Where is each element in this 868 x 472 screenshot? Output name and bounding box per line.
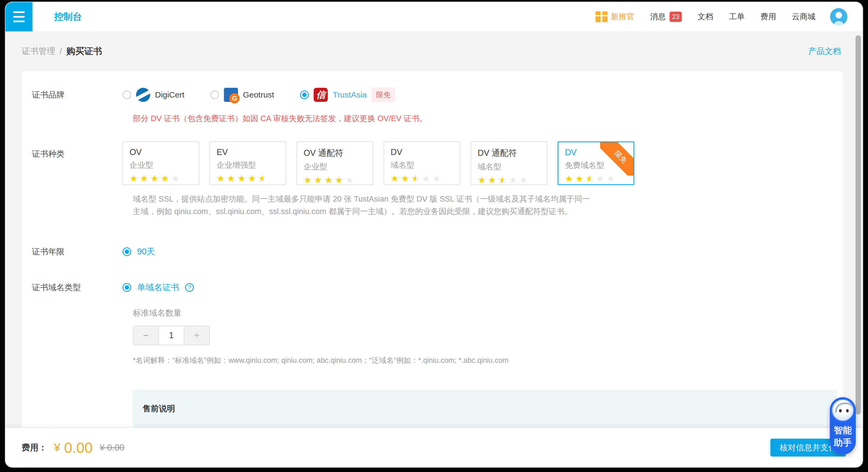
star-icon: ★ bbox=[576, 174, 584, 183]
fee-label: 费用： bbox=[22, 442, 47, 453]
brand-options: DigiCertGeotrust信TrustAsia限免 bbox=[123, 88, 395, 102]
star-rating: ★★★★★ bbox=[391, 174, 460, 183]
brand-option-geotrust[interactable]: Geotrust bbox=[210, 88, 274, 102]
star-icon: ★ bbox=[217, 174, 225, 183]
brand-option-digicert[interactable]: DigiCert bbox=[123, 88, 184, 102]
brand-radio[interactable] bbox=[300, 91, 309, 99]
help-icon[interactable]: ? bbox=[185, 283, 194, 292]
star-icon: ★ bbox=[586, 174, 594, 183]
nav-item-5[interactable]: 费用 bbox=[761, 11, 776, 22]
star-icon: ★ bbox=[304, 176, 312, 185]
years-option-label: 90天 bbox=[137, 246, 155, 257]
cert-type-cards: OV企业型★★★★★EV企业增强型★★★★★OV 通配符企业型★★★★★DV域名… bbox=[123, 141, 634, 185]
star-icon: ★ bbox=[432, 174, 440, 183]
star-icon: ★ bbox=[411, 174, 420, 183]
hamburger-menu-button[interactable] bbox=[5, 2, 33, 31]
nav-item-4[interactable]: 工单 bbox=[729, 11, 745, 22]
star-icon: ★ bbox=[509, 176, 517, 185]
star-icon: ★ bbox=[335, 176, 343, 185]
cert-card-subtitle: 企业增强型 bbox=[217, 160, 286, 171]
original-price: ¥ 0.00 bbox=[99, 442, 124, 453]
footer-bar: 费用： ¥ 0.00 ¥ 0.00 核对信息并支付 bbox=[5, 428, 863, 467]
cert-card-6[interactable]: DV免费域名型★★★★★限免 bbox=[558, 141, 634, 185]
nav-item-label: 云商城 bbox=[792, 11, 815, 22]
vertical-scrollbar-thumb[interactable] bbox=[856, 35, 861, 414]
brand-option-trustasia[interactable]: 信TrustAsia限免 bbox=[300, 88, 395, 102]
cert-card-3[interactable]: OV 通配符企业型★★★★★ bbox=[297, 141, 373, 185]
cert-card-title: DV 通配符 bbox=[478, 148, 547, 159]
nav-item-label: 新推官 bbox=[611, 11, 634, 22]
star-icon: ★ bbox=[161, 174, 169, 183]
star-icon: ★ bbox=[488, 176, 496, 185]
star-icon: ★ bbox=[171, 174, 180, 183]
domain-type-option-single[interactable]: 单域名证书 ? bbox=[123, 282, 194, 293]
nav-item-2[interactable]: 消息23 bbox=[650, 11, 682, 22]
robot-avatar-icon bbox=[832, 399, 854, 421]
cert-card-title: OV bbox=[130, 148, 199, 157]
brand-radio[interactable] bbox=[123, 91, 131, 99]
breadcrumb: 证书管理 / 购买证书 产品文档 bbox=[5, 31, 863, 71]
star-icon: ★ bbox=[248, 174, 256, 183]
stepper-value[interactable]: 1 bbox=[159, 331, 184, 340]
brand-name: DigiCert bbox=[155, 90, 184, 99]
nav-item-1[interactable]: 新推官 bbox=[595, 11, 634, 22]
years-radio[interactable] bbox=[123, 247, 131, 256]
brand-radio[interactable] bbox=[210, 91, 219, 99]
main-area: 证书管理 / 购买证书 产品文档 证书品牌 DigiCertGeotrust信T… bbox=[5, 31, 863, 467]
star-icon: ★ bbox=[345, 176, 353, 185]
cert-card-1[interactable]: OV企业型★★★★★ bbox=[123, 141, 199, 185]
star-rating: ★★★★★ bbox=[304, 176, 373, 185]
stepper-minus-button[interactable]: − bbox=[133, 326, 159, 345]
cert-card-subtitle: 域名型 bbox=[478, 161, 547, 172]
cert-card-5[interactable]: DV 通配符域名型★★★★★ bbox=[471, 141, 547, 185]
trustasia-logo-icon: 信 bbox=[314, 88, 328, 102]
star-icon: ★ bbox=[150, 174, 159, 183]
star-icon: ★ bbox=[401, 174, 409, 183]
star-icon: ★ bbox=[422, 174, 430, 183]
dv-warning-text: 部分 DV 证书（包含免费证书）如因 CA 审核失败无法签发，建议更换 OV/E… bbox=[133, 113, 843, 124]
star-icon: ★ bbox=[130, 174, 138, 183]
presale-title: 售前说明 bbox=[143, 403, 837, 414]
star-icon: ★ bbox=[227, 174, 235, 183]
domain-type-radio[interactable] bbox=[123, 283, 131, 292]
years-row-label: 证书年限 bbox=[22, 246, 123, 257]
star-icon: ★ bbox=[324, 176, 333, 185]
breadcrumb-parent[interactable]: 证书管理 bbox=[22, 45, 55, 57]
cert-card-title: EV bbox=[217, 148, 286, 157]
domain-count-label: 标准域名数量 bbox=[133, 308, 843, 319]
stepper-plus-button[interactable]: + bbox=[184, 326, 209, 345]
breadcrumb-current: 购买证书 bbox=[66, 45, 102, 58]
star-icon: ★ bbox=[314, 176, 322, 185]
star-icon: ★ bbox=[565, 174, 573, 183]
nav-item-6[interactable]: 云商城 bbox=[792, 11, 815, 22]
user-avatar[interactable] bbox=[830, 8, 847, 26]
star-rating: ★★★★★ bbox=[217, 174, 286, 183]
domain-count-stepper: − 1 + bbox=[133, 326, 210, 345]
page-title: 控制台 bbox=[54, 10, 82, 23]
console-window: 控制台 新推官消息23文档工单费用云商城 证书管理 / 购买证书 产品文档 证书… bbox=[5, 2, 863, 467]
domain-type-option-label: 单域名证书 bbox=[137, 282, 179, 293]
star-icon: ★ bbox=[238, 174, 246, 183]
cert-card-subtitle: 企业型 bbox=[304, 161, 373, 172]
type-row-label: 证书种类 bbox=[22, 141, 123, 185]
cert-card-subtitle: 域名型 bbox=[391, 160, 460, 171]
geotrust-logo-icon bbox=[224, 88, 238, 102]
cert-card-4[interactable]: DV域名型★★★★★ bbox=[383, 141, 460, 185]
star-icon: ★ bbox=[258, 174, 267, 183]
cert-card-2[interactable]: EV企业增强型★★★★★ bbox=[210, 141, 286, 185]
nav-item-label: 工单 bbox=[729, 11, 745, 22]
brand-name: TrustAsia bbox=[333, 90, 367, 99]
cert-card-subtitle: 企业型 bbox=[130, 160, 199, 171]
product-doc-link[interactable]: 产品文档 bbox=[808, 46, 841, 57]
brand-row-label: 证书品牌 bbox=[22, 89, 123, 100]
digicert-logo-icon bbox=[136, 88, 150, 102]
star-rating: ★★★★★ bbox=[478, 176, 547, 185]
star-icon: ★ bbox=[498, 176, 507, 185]
star-icon: ★ bbox=[519, 176, 528, 185]
nav-item-label: 费用 bbox=[761, 11, 776, 22]
nav-item-3[interactable]: 文档 bbox=[698, 11, 713, 22]
top-bar: 控制台 新推官消息23文档工单费用云商城 bbox=[5, 2, 863, 31]
years-option-90days[interactable]: 90天 bbox=[123, 246, 155, 257]
ai-assistant-widget[interactable]: 智能 助手 bbox=[830, 397, 856, 455]
cert-card-title: DV bbox=[391, 148, 460, 157]
